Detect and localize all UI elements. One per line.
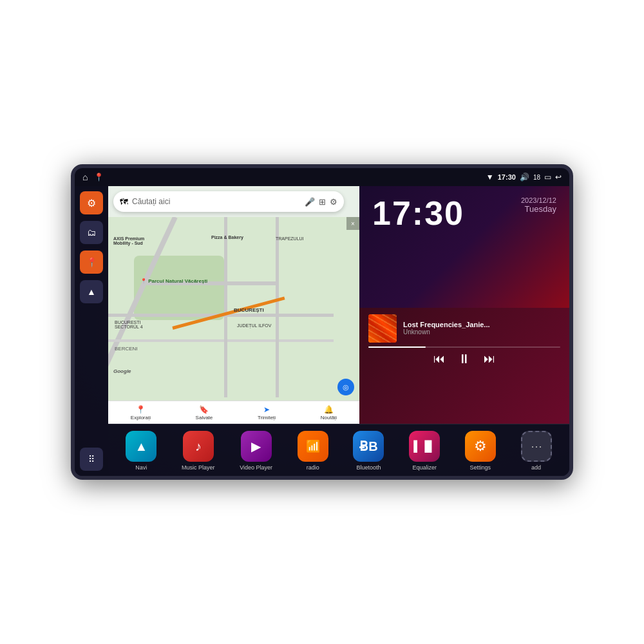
- mic-icon[interactable]: 🎤: [305, 197, 315, 207]
- map-search-input[interactable]: Căutați aici: [132, 197, 301, 206]
- settings-icon: ⚙: [87, 197, 96, 209]
- music-artist: Unknown: [403, 328, 560, 336]
- radio-icon[interactable]: 📶: [298, 431, 328, 462]
- status-time: 17:30: [498, 173, 516, 181]
- sidebar-nav-btn[interactable]: ▲: [80, 280, 103, 303]
- sidebar-files-btn[interactable]: 🗂: [80, 221, 103, 244]
- app-item-radio[interactable]: 📶 radio: [298, 431, 328, 471]
- music-progress-fill: [368, 346, 426, 348]
- app-dock: ▲ Navi ♪ Music Player ▶ Video Player: [108, 424, 569, 476]
- bluetooth-icon[interactable]: ɃΒ: [353, 431, 384, 462]
- app-item-navi[interactable]: ▲ Navi: [126, 431, 156, 471]
- status-bar: ⌂ 📍 ▼ 17:30 🔊 18 ▭ ↩: [75, 168, 569, 186]
- map-explore-btn[interactable]: 📍 Explorați: [131, 405, 151, 421]
- share-label: Trimiteți: [258, 415, 276, 421]
- music-album-art: [368, 314, 397, 343]
- music-controls: ⏮ ⏸ ⏭: [368, 352, 560, 366]
- map-label-berceni: BERCENI: [115, 346, 138, 352]
- sidebar: ⚙ 🗂 📍 ▲ ⠿: [75, 186, 108, 476]
- app-item-bluetooth[interactable]: ɃΒ Bluetooth: [353, 431, 384, 471]
- sidebar-map-btn[interactable]: 📍: [80, 251, 103, 274]
- battery-icon: ▭: [544, 173, 551, 182]
- map-saved-btn[interactable]: 🔖 Salvate: [196, 405, 213, 421]
- center-area: 🗺 Căutați aici 🎤 ⊞ ⚙: [108, 186, 569, 476]
- google-logo: Google: [113, 368, 131, 374]
- map-bottom-bar: 📍 Explorați 🔖 Salvate ➤ Trimiteți 🔔: [108, 401, 359, 424]
- pause-btn[interactable]: ⏸: [458, 352, 471, 366]
- status-left: ⌂ 📍: [82, 172, 104, 182]
- sidebar-apps-btn[interactable]: ⠿: [80, 448, 103, 471]
- music-top: Lost Frequencies_Janie... Unknown: [368, 314, 560, 343]
- layers-icon[interactable]: ⊞: [319, 197, 326, 207]
- map-location-fab[interactable]: ◎: [337, 379, 354, 395]
- video-player-icon[interactable]: ▶: [241, 431, 272, 462]
- map-label-pizza: Pizza & Bakery: [211, 235, 243, 240]
- equalizer-icon[interactable]: ▌▐▌: [409, 431, 440, 462]
- back-icon[interactable]: ↩: [555, 173, 562, 182]
- app-item-music[interactable]: ♪ Music Player: [182, 431, 215, 471]
- map-label-park: 📍 Parcul Natural Văcărești: [140, 278, 207, 284]
- clock-date: 2023/12/12 Tuesday: [521, 196, 556, 214]
- app-item-video[interactable]: ▶ Video Player: [240, 431, 272, 471]
- add-app-icon[interactable]: ⋯: [521, 431, 552, 462]
- map-label-bucuresti: BUCUREȘTI: [234, 307, 264, 313]
- map-search-actions: 🎤 ⊞ ⚙: [305, 197, 337, 207]
- music-widget: Lost Frequencies_Janie... Unknown ⏮ ⏸ ⏭: [359, 308, 569, 424]
- explore-icon: 📍: [136, 405, 146, 414]
- top-row: 🗺 Căutați aici 🎤 ⊞ ⚙: [108, 186, 569, 424]
- map-btn-icon: 📍: [86, 257, 97, 267]
- settings-label: Settings: [470, 464, 491, 471]
- saved-label: Salvate: [196, 415, 213, 421]
- navi-label: Navi: [135, 464, 147, 471]
- music-info: Lost Frequencies_Janie... Unknown: [403, 321, 560, 336]
- home-icon[interactable]: ⌂: [82, 172, 88, 182]
- volume-icon: 🔊: [520, 173, 529, 182]
- map-search-bar[interactable]: 🗺 Căutați aici 🎤 ⊞ ⚙: [113, 191, 344, 212]
- map-background: AXIS PremiumMobility - Sud Pizza & Baker…: [108, 217, 359, 424]
- map-label-ilfov: JUDEȚUL ILFOV: [237, 323, 271, 328]
- prev-track-btn[interactable]: ⏮: [433, 352, 445, 366]
- equalizer-label: Equalizer: [412, 464, 437, 471]
- radio-label: radio: [307, 464, 319, 471]
- map-share-btn[interactable]: ➤ Trimiteți: [258, 405, 276, 421]
- clock-date-year: 2023/12/12: [521, 196, 556, 204]
- saved-icon: 🔖: [199, 405, 209, 414]
- status-right: ▼ 17:30 🔊 18 ▭ ↩: [486, 173, 562, 182]
- app-item-equalizer[interactable]: ▌▐▌ Equalizer: [409, 431, 440, 471]
- wifi-icon: ▼: [486, 173, 494, 182]
- music-player-icon[interactable]: ♪: [183, 431, 214, 462]
- search-options-icon[interactable]: ⚙: [330, 197, 337, 207]
- files-icon: 🗂: [87, 227, 96, 238]
- next-track-btn[interactable]: ⏭: [484, 352, 495, 366]
- map-icon[interactable]: 📍: [94, 173, 104, 182]
- map-label-trap: TRAPEZULUI: [276, 236, 304, 241]
- car-head-unit: ⌂ 📍 ▼ 17:30 🔊 18 ▭ ↩ ⚙ 🗂 📍 ▲: [71, 164, 573, 480]
- clock-widget: 17:30 2023/12/12 Tuesday: [359, 186, 569, 308]
- settings-app-icon[interactable]: ⚙: [465, 431, 496, 462]
- sidebar-settings-btn[interactable]: ⚙: [80, 191, 103, 214]
- news-label: Noutăți: [321, 415, 337, 421]
- map-label-axis: AXIS PremiumMobility - Sud: [113, 236, 144, 245]
- battery-level: 18: [533, 174, 540, 181]
- navi-icon[interactable]: ▲: [126, 431, 156, 462]
- app-item-settings[interactable]: ⚙ Settings: [465, 431, 496, 471]
- clock-date-day: Tuesday: [521, 204, 556, 214]
- app-item-add[interactable]: ⋯ add: [521, 431, 552, 471]
- bluetooth-label: Bluetooth: [356, 464, 381, 471]
- map-news-btn[interactable]: 🔔 Noutăți: [321, 405, 337, 421]
- music-title: Lost Frequencies_Janie...: [403, 321, 560, 328]
- google-maps-icon: 🗺: [120, 197, 128, 207]
- explore-label: Explorați: [131, 415, 151, 421]
- map-panel[interactable]: 🗺 Căutați aici 🎤 ⊞ ⚙: [108, 186, 359, 424]
- clock-time: 17:30: [372, 196, 464, 230]
- right-panel: 17:30 2023/12/12 Tuesday: [359, 186, 569, 424]
- video-player-label: Video Player: [240, 464, 272, 471]
- music-progress-bar[interactable]: [368, 346, 560, 348]
- apps-grid-icon: ⠿: [88, 454, 95, 464]
- news-icon: 🔔: [324, 405, 334, 414]
- main-content: ⚙ 🗂 📍 ▲ ⠿ 🗺: [75, 186, 569, 476]
- share-icon: ➤: [263, 405, 270, 414]
- music-player-label: Music Player: [182, 464, 215, 471]
- nav-icon: ▲: [87, 287, 96, 297]
- map-close-btn[interactable]: ×: [346, 217, 359, 230]
